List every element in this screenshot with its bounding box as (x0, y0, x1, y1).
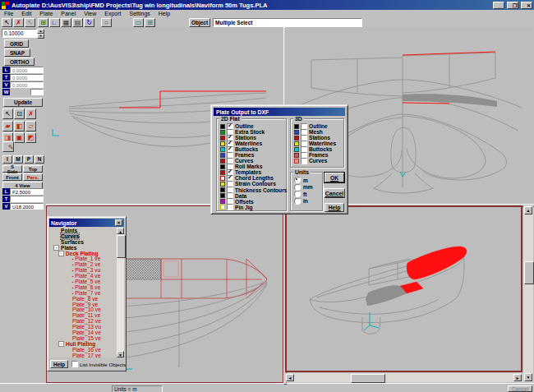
navigator-tree-item[interactable]: - Plates (49, 245, 117, 251)
polyline-icon[interactable]: ∟ (49, 18, 60, 27)
select-icon[interactable]: ↖ (2, 18, 12, 27)
checkbox[interactable] (227, 204, 233, 210)
viewports-icon[interactable]: ⊞ (145, 18, 155, 27)
view-letter-button[interactable]: I (2, 155, 12, 164)
menu-item[interactable]: Panel (57, 11, 80, 16)
unit-option-row[interactable]: in (294, 198, 321, 205)
close-button[interactable]: ✕ (521, 2, 532, 9)
vertical-scroll-thumb[interactable] (524, 261, 534, 284)
radio-button[interactable] (294, 191, 301, 197)
radio-button[interactable] (294, 177, 301, 183)
coordinate-value[interactable]: 0.0000 (10, 81, 44, 88)
viewport-perspective[interactable] (285, 205, 522, 372)
navigator-tree-item[interactable]: - Plate_9 ve (49, 302, 117, 307)
toggle-button[interactable]: SNAP (4, 48, 30, 57)
navigator-close-button[interactable]: ✕ (115, 219, 122, 226)
plate-tool-5-icon[interactable]: ▣ (14, 132, 25, 143)
navigator-title-bar[interactable]: Navigator ✕ (49, 219, 124, 227)
horizontal-scroll-thumb[interactable] (351, 374, 385, 383)
dxf-option-row[interactable]: Curves (294, 158, 343, 164)
view-button[interactable]: Pers. (23, 173, 43, 181)
plate-tool-2-icon[interactable]: ◧ (14, 121, 25, 131)
menu-item[interactable]: Settings (126, 11, 154, 16)
menu-item[interactable]: Edit (17, 11, 35, 16)
table-icon[interactable]: ▤ (72, 18, 83, 27)
coordinate-value[interactable]: 0.0000 (10, 74, 44, 81)
radio-button[interactable] (294, 184, 301, 191)
ok-button[interactable]: OK (325, 173, 344, 182)
navigator-tree-item[interactable]: - Surfaces (49, 239, 117, 245)
navigator-tree-item[interactable]: - Plate_1 ve (49, 256, 117, 261)
view-letter-button[interactable]: N (35, 155, 44, 164)
cancel-button[interactable]: Cancel (324, 188, 345, 198)
toggle-button[interactable]: GRID (4, 39, 29, 48)
navigator-tree-item[interactable]: - Curves (49, 233, 117, 239)
toggle-button[interactable]: ORTHO (4, 58, 35, 66)
navigator-tree-item[interactable]: - Plate_4 ve (49, 273, 117, 279)
select-box-icon[interactable]: ⊡ (14, 108, 25, 119)
minimize-button[interactable]: _ (493, 2, 504, 9)
checkbox[interactable] (301, 158, 307, 164)
navigator-tree-item[interactable]: - Plate_7 ve (49, 290, 117, 296)
navigator-tree-item[interactable]: - Plate_8 ve (49, 296, 117, 302)
navigator-tree-item[interactable]: - Plate_17 ve (49, 353, 117, 357)
horizontal-scrollbar[interactable]: ◄ ► (285, 373, 522, 382)
unit-option-row[interactable]: mm (294, 184, 321, 191)
coordinate-value[interactable] (10, 196, 44, 202)
plate-tool-3-icon[interactable]: ▱ (25, 121, 36, 131)
maximize-button[interactable]: ❐ (507, 2, 518, 9)
precision-value[interactable]: 0.10000 (2, 29, 37, 38)
menu-item[interactable]: View (80, 11, 100, 16)
scroll-left-icon[interactable]: ◄ (286, 374, 294, 381)
view-letter-button[interactable]: M (13, 155, 23, 164)
coordinate-value[interactable]: U18.2000 (10, 203, 44, 210)
edit-pencil-icon[interactable]: ✎ (2, 141, 14, 152)
view-letter-button[interactable]: P (24, 155, 34, 164)
unit-option-row[interactable]: m (294, 177, 321, 184)
navigator-tree-item[interactable]: - Plate_16 ve (49, 347, 117, 353)
dxf-option-row[interactable]: Pin Jig (220, 205, 285, 210)
menu-item[interactable]: Plate (35, 11, 57, 16)
navigator-help-button[interactable]: Help (50, 360, 68, 368)
mesh-icon[interactable]: ▦ (61, 18, 71, 27)
view-button[interactable]: Top (23, 165, 43, 173)
navigator-tree-item[interactable]: - Plate_13 vu (49, 324, 117, 330)
vertical-scrollbar[interactable]: ▲ ▼ (523, 205, 533, 382)
navigator-panel[interactable]: Navigator ✕ - Points - Curves - Surfaces (47, 216, 127, 371)
tree-expander-icon[interactable]: - (58, 251, 64, 256)
erase-icon[interactable]: ✗ (25, 108, 36, 119)
title-bar[interactable]: Autoplate D:\AusVIS3\ship\FMD Projects\T… (0, 0, 534, 10)
view-button[interactable]: S Side (2, 165, 22, 173)
update-button[interactable]: Update (3, 98, 43, 107)
menu-item[interactable]: Help (154, 11, 174, 16)
navigator-tree-item[interactable]: - Plate_15 ve (49, 335, 117, 341)
list-invisible-checkbox[interactable]: List Invisible Objects (71, 361, 126, 367)
selection-field[interactable]: Multiple Select (213, 18, 362, 27)
navigator-tree-item[interactable]: - Plate_6 ve (49, 284, 117, 290)
pointer-icon[interactable]: ↖ (2, 108, 13, 119)
navigator-tree-item[interactable]: - Plate_14 ve (49, 330, 117, 335)
scroll-right-icon[interactable]: ► (513, 374, 522, 381)
ellipse-icon[interactable]: ○ (101, 18, 112, 27)
pick-icon[interactable]: ↖ (25, 18, 35, 27)
spin-down-icon[interactable]: ▼ (37, 34, 44, 39)
radio-button[interactable] (294, 198, 301, 205)
scroll-up-icon[interactable]: ▲ (524, 206, 532, 214)
checkbox[interactable] (71, 361, 78, 367)
coordinate-value[interactable]: 0.0000 (10, 67, 44, 73)
help-button[interactable]: Help (325, 203, 344, 212)
navigator-scroll-thumb[interactable] (117, 235, 126, 258)
navigator-tree-item[interactable]: - Points (49, 228, 117, 233)
coordinate-value[interactable] (30, 89, 44, 95)
dialog-title-bar[interactable]: Plate Output to DXF (214, 108, 345, 116)
navigator-tree-item[interactable]: - Plate_2 ve (49, 261, 117, 267)
navigator-tree-item[interactable]: - Plate_10 ve (49, 307, 117, 312)
scroll-down-icon[interactable]: ▼ (117, 351, 124, 357)
navigator-tree-item[interactable]: - Plate_3 vu (49, 267, 117, 273)
navigator-tree-item[interactable]: - Deck Plating (49, 251, 117, 256)
unit-option-row[interactable]: ft (294, 191, 321, 198)
scroll-up-icon[interactable]: ▲ (117, 228, 124, 234)
window-icon[interactable]: ▭ (133, 18, 144, 27)
navigator-tree-item[interactable]: - Plate_5 ve (49, 279, 117, 284)
scroll-down-icon[interactable]: ▼ (524, 373, 532, 381)
